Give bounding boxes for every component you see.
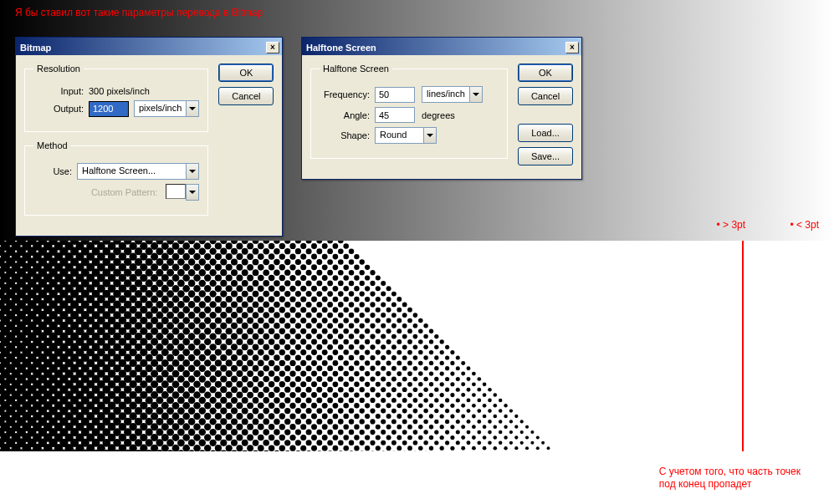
svg-point-1567	[434, 377, 438, 381]
close-icon[interactable]: ×	[565, 42, 579, 53]
marker-gt-3pt: • > 3pt	[717, 219, 746, 231]
chevron-down-icon[interactable]	[423, 127, 437, 144]
frequency-input[interactable]	[375, 87, 415, 103]
svg-point-823	[247, 307, 253, 313]
svg-point-1498	[322, 445, 328, 451]
svg-point-290	[172, 242, 180, 250]
svg-point-1304	[311, 381, 317, 387]
svg-point-852	[322, 243, 328, 249]
svg-point-1062	[295, 323, 301, 328]
svg-point-1525	[429, 361, 433, 365]
svg-point-1380	[386, 339, 391, 344]
angle-input[interactable]	[375, 107, 415, 123]
svg-point-1129	[338, 302, 344, 308]
close-icon[interactable]: ×	[266, 42, 279, 53]
svg-point-1598	[376, 445, 381, 451]
svg-point-1725	[520, 420, 524, 423]
svg-point-874	[204, 359, 211, 366]
svg-point-1590	[418, 404, 423, 409]
svg-point-1694	[461, 435, 465, 440]
svg-point-902	[284, 291, 290, 297]
svg-point-534	[182, 296, 190, 303]
cancel-button[interactable]: Cancel	[518, 87, 573, 105]
svg-point-580	[166, 322, 174, 329]
svg-point-1268	[333, 349, 339, 355]
svg-point-1245	[279, 392, 285, 398]
halftone-titlebar[interactable]: Halftone Screen ×	[302, 38, 581, 55]
svg-point-923	[172, 402, 180, 410]
svg-point-1488	[376, 393, 381, 398]
svg-point-1260	[376, 308, 381, 313]
svg-point-484	[220, 248, 227, 255]
svg-point-1371	[279, 435, 285, 440]
svg-point-774	[279, 264, 285, 270]
svg-point-492	[177, 290, 185, 298]
svg-point-1474	[316, 440, 322, 445]
svg-point-1655	[445, 420, 449, 424]
svg-point-938	[316, 270, 322, 276]
use-combo[interactable]: Halftone Screen...	[77, 163, 199, 180]
svg-point-863	[263, 302, 269, 308]
svg-point-1341	[279, 424, 285, 430]
svg-point-1321	[386, 318, 391, 323]
svg-point-1658	[429, 435, 433, 440]
svg-point-1089	[354, 275, 359, 280]
svg-point-1728	[504, 435, 507, 439]
output-unit-combo[interactable]: pixels/inch	[134, 100, 199, 117]
svg-point-1156	[193, 445, 201, 451]
save-button[interactable]: Save...	[518, 147, 573, 165]
svg-point-1568	[429, 382, 433, 386]
svg-point-1677	[483, 404, 487, 408]
svg-point-1748	[536, 446, 540, 450]
chevron-down-icon[interactable]	[469, 86, 483, 103]
load-button[interactable]: Load...	[518, 124, 573, 142]
svg-point-939	[311, 275, 317, 281]
svg-point-1690	[483, 415, 487, 419]
svg-point-1430	[413, 334, 418, 339]
svg-point-649	[258, 253, 264, 260]
svg-point-1362	[327, 387, 333, 393]
svg-point-661	[193, 317, 201, 324]
svg-point-696	[236, 285, 243, 292]
svg-point-1064	[284, 333, 290, 339]
svg-point-1507	[402, 377, 407, 382]
cancel-button[interactable]: Cancel	[218, 87, 274, 105]
svg-point-1075	[226, 392, 233, 399]
svg-point-1732	[525, 425, 529, 429]
svg-point-790	[193, 349, 201, 356]
svg-point-966	[166, 418, 174, 425]
svg-point-1510	[386, 393, 391, 398]
svg-point-1240	[306, 365, 312, 371]
svg-point-1392	[322, 403, 328, 409]
svg-point-832	[199, 354, 206, 361]
svg-point-1202	[327, 333, 333, 339]
chevron-down-icon[interactable]	[186, 100, 199, 117]
svg-point-526	[226, 253, 233, 260]
svg-point-839	[161, 391, 169, 399]
svg-point-956	[220, 365, 227, 372]
svg-point-1290	[386, 308, 391, 313]
svg-point-1158	[376, 275, 381, 280]
svg-point-1168	[322, 328, 328, 334]
svg-point-1160	[365, 286, 370, 291]
svg-point-1464	[370, 387, 375, 392]
svg-point-1443	[343, 403, 349, 409]
svg-point-1546	[434, 366, 438, 370]
svg-point-1496	[333, 435, 339, 440]
svg-point-1348	[402, 313, 407, 318]
svg-point-1431	[407, 339, 412, 344]
bitmap-titlebar[interactable]: Bitmap ×	[16, 38, 282, 55]
shape-combo[interactable]: Round	[375, 127, 437, 144]
output-input[interactable]	[89, 101, 129, 117]
svg-point-1354	[370, 344, 375, 349]
svg-point-1727	[509, 430, 513, 434]
chevron-down-icon[interactable]	[186, 163, 199, 180]
svg-point-1747	[541, 441, 545, 445]
svg-point-1174	[289, 360, 295, 366]
ok-button[interactable]: OK	[218, 64, 274, 82]
svg-point-620	[182, 317, 190, 324]
svg-point-1215	[258, 402, 264, 409]
ok-button[interactable]: OK	[518, 64, 573, 82]
frequency-unit-combo[interactable]: lines/inch	[422, 86, 483, 103]
svg-point-834	[188, 364, 196, 372]
